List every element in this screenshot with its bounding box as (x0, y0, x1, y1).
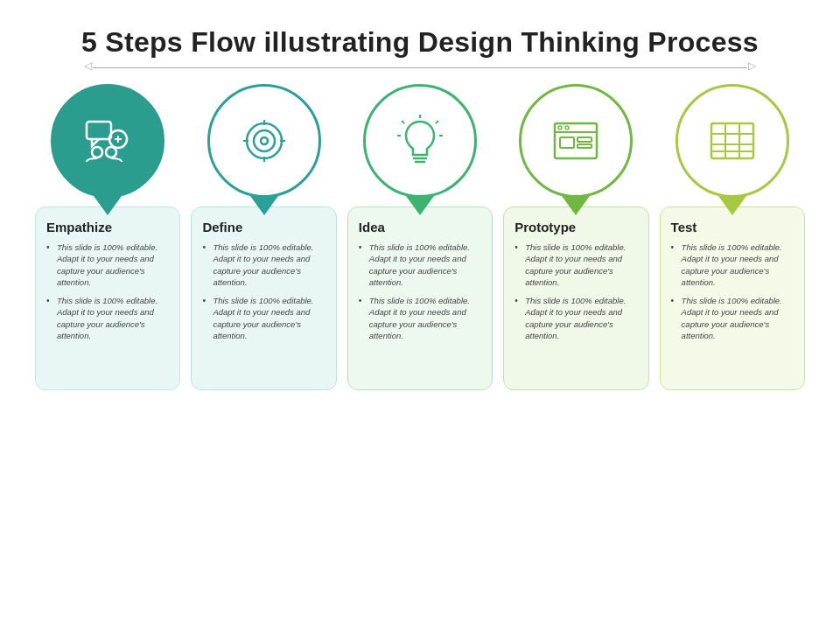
svg-line-18 (402, 121, 404, 123)
step-title-prototype: Prototype (514, 220, 637, 234)
step-define: Define This slide is 100% editable. Adap… (191, 84, 336, 390)
circle-test (676, 84, 789, 198)
step-empathize: Empathize This slide is 100% editable. A… (35, 84, 180, 390)
svg-point-4 (92, 147, 102, 158)
step-test: Test This slide is 100% editable. Adapt … (660, 84, 805, 390)
svg-line-19 (436, 121, 438, 123)
teardrop-prototype (562, 196, 590, 215)
target-icon (236, 113, 292, 169)
svg-point-5 (106, 147, 116, 158)
bullet1-empathize: This slide is 100% editable. Adapt it to… (46, 242, 169, 288)
svg-rect-23 (578, 137, 592, 142)
card-body-define: Define This slide is 100% editable. Adap… (191, 206, 336, 390)
slide-title: 5 Steps Flow illustrating Design Thinkin… (81, 26, 759, 59)
step-prototype: Prototype This slide is 100% editable. A… (503, 84, 648, 390)
svg-point-8 (261, 137, 268, 144)
svg-rect-0 (87, 122, 111, 139)
teardrop-empathize (94, 196, 122, 215)
step-idea: Idea This slide is 100% editable. Adapt … (347, 84, 493, 390)
svg-rect-27 (711, 123, 753, 158)
step-title-define: Define (202, 220, 325, 234)
circle-wrapper-idea (347, 84, 493, 215)
circle-wrapper-empathize (35, 84, 180, 215)
card-body-test: Test This slide is 100% editable. Adapt … (660, 206, 805, 390)
step-title-empathize: Empathize (46, 220, 169, 234)
table-icon (704, 113, 760, 169)
arrow-line (93, 67, 747, 68)
bullet2-empathize: This slide is 100% editable. Adapt it to… (46, 295, 169, 341)
slide-container: 5 Steps Flow illustrating Design Thinkin… (0, 0, 840, 630)
card-body-prototype: Prototype This slide is 100% editable. A… (503, 206, 648, 390)
svg-point-26 (565, 126, 569, 130)
svg-rect-24 (578, 144, 592, 148)
bullet1-prototype: This slide is 100% editable. Adapt it to… (514, 242, 637, 288)
people-chat-icon (80, 113, 136, 169)
circle-wrapper-test (660, 84, 805, 215)
circle-idea (363, 84, 477, 198)
bullet1-idea: This slide is 100% editable. Adapt it to… (359, 242, 481, 288)
teardrop-define (250, 196, 278, 215)
bullet2-test: This slide is 100% editable. Adapt it to… (671, 295, 794, 341)
bullet2-prototype: This slide is 100% editable. Adapt it to… (514, 295, 637, 341)
lightbulb-icon (392, 113, 448, 169)
step-title-test: Test (671, 220, 794, 234)
circle-prototype (519, 84, 633, 198)
card-body-empathize: Empathize This slide is 100% editable. A… (35, 206, 180, 390)
circle-define (207, 84, 321, 198)
circle-wrapper-prototype (503, 84, 648, 215)
circle-empathize (51, 84, 164, 198)
svg-point-7 (254, 130, 275, 151)
browser-icon (548, 113, 604, 169)
svg-rect-22 (560, 137, 574, 148)
step-title-idea: Idea (359, 220, 481, 234)
bullet1-test: This slide is 100% editable. Adapt it to… (671, 242, 794, 288)
steps-row: Empathize This slide is 100% editable. A… (35, 84, 805, 390)
svg-point-25 (558, 126, 562, 130)
arrow-row (93, 67, 747, 68)
bullet1-define: This slide is 100% editable. Adapt it to… (202, 242, 325, 288)
bullet2-idea: This slide is 100% editable. Adapt it to… (359, 295, 481, 341)
card-body-idea: Idea This slide is 100% editable. Adapt … (347, 206, 493, 390)
svg-point-6 (247, 123, 282, 158)
teardrop-idea (406, 196, 434, 215)
teardrop-test (718, 196, 746, 215)
bullet2-define: This slide is 100% editable. Adapt it to… (202, 295, 325, 341)
circle-wrapper-define (191, 84, 336, 215)
